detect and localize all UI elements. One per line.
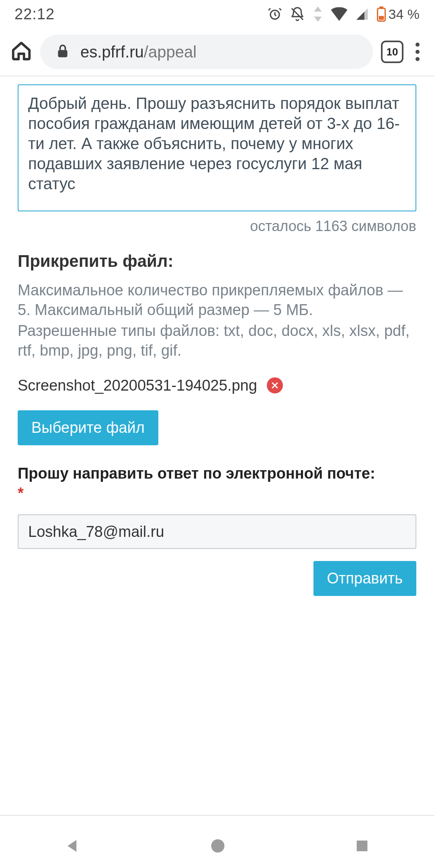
url-path: /appeal [144,43,197,61]
url-text: es.pfrf.ru/appeal [80,43,197,61]
email-label-text: Прошу направить ответ по электронной поч… [18,465,375,482]
mute-icon [290,6,305,22]
system-navbar [0,824,434,868]
data-updown-icon [312,6,323,22]
choose-file-button[interactable]: Выберите файл [18,410,158,445]
status-icons: 34 % [267,6,420,22]
svg-rect-3 [379,6,383,8]
attach-help-1: Максимальное количество прикрепляемых фа… [18,280,416,320]
battery-icon [377,6,386,22]
home-button[interactable] [209,837,227,855]
status-time: 22:12 [14,6,267,23]
attached-file-name: Screenshot_20200531-194025.png [18,377,257,394]
battery-indicator: 34 % [377,6,420,22]
separator [0,815,434,816]
required-asterisk: * [18,485,24,502]
svg-rect-5 [58,50,67,57]
char-counter: осталось 1163 символов [18,218,416,235]
cellular-icon [355,7,369,21]
alarm-icon [267,6,283,22]
page-content: осталось 1163 символов Прикрепить файл: … [0,76,434,596]
email-field[interactable] [18,514,416,549]
url-domain: es.pfrf.ru [80,43,144,61]
svg-rect-7 [357,841,368,852]
recents-button[interactable] [354,838,370,854]
submit-button[interactable]: Отправить [313,561,416,596]
close-icon [271,381,279,389]
battery-percent: 34 % [389,6,420,22]
email-label: Прошу направить ответ по электронной поч… [18,464,416,504]
svg-point-6 [211,839,224,853]
attach-help-2: Разрешенные типы файлов: txt, doc, docx,… [18,321,416,361]
attach-title: Прикрепить файл: [18,252,416,271]
status-bar: 22:12 34 % [0,0,434,28]
tab-count: 10 [387,46,398,58]
svg-rect-4 [379,16,384,20]
attached-file-row: Screenshot_20200531-194025.png [18,377,416,394]
remove-file-button[interactable] [267,377,283,393]
browser-toolbar: es.pfrf.ru/appeal 10 [0,28,434,76]
tabs-button[interactable]: 10 [381,41,403,63]
back-button[interactable] [64,837,82,855]
address-bar[interactable]: es.pfrf.ru/appeal [40,35,373,69]
wifi-icon [331,7,348,21]
lock-icon [56,44,69,60]
home-icon[interactable] [10,40,32,63]
menu-button[interactable] [411,43,424,61]
message-textarea[interactable] [18,84,416,211]
